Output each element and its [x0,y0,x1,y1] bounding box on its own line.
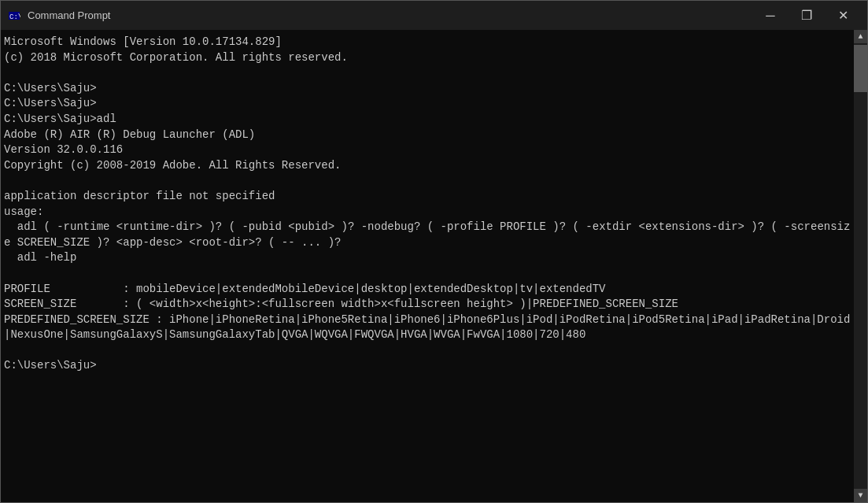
title-bar: C:\ Command Prompt ─ ❐ ✕ [1,1,867,30]
scrollbar-up-button[interactable]: ▲ [854,30,867,43]
restore-button[interactable]: ❐ [789,1,825,30]
close-button[interactable]: ✕ [825,1,861,30]
scrollbar-down-button[interactable]: ▼ [854,489,867,502]
minimize-button[interactable]: ─ [752,1,789,30]
console-output[interactable]: Microsoft Windows [Version 10.0.17134.82… [1,30,854,502]
scrollbar[interactable]: ▲ ▼ [854,30,867,502]
svg-text:C:\: C:\ [9,13,20,21]
scrollbar-thumb[interactable] [854,45,867,92]
console-area: Microsoft Windows [Version 10.0.17134.82… [1,30,867,502]
window-controls: ─ ❐ ✕ [752,1,861,30]
window-title: Command Prompt [28,9,752,21]
command-prompt-icon: C:\ [7,9,21,23]
window: C:\ Command Prompt ─ ❐ ✕ Microsoft Windo… [0,0,868,503]
